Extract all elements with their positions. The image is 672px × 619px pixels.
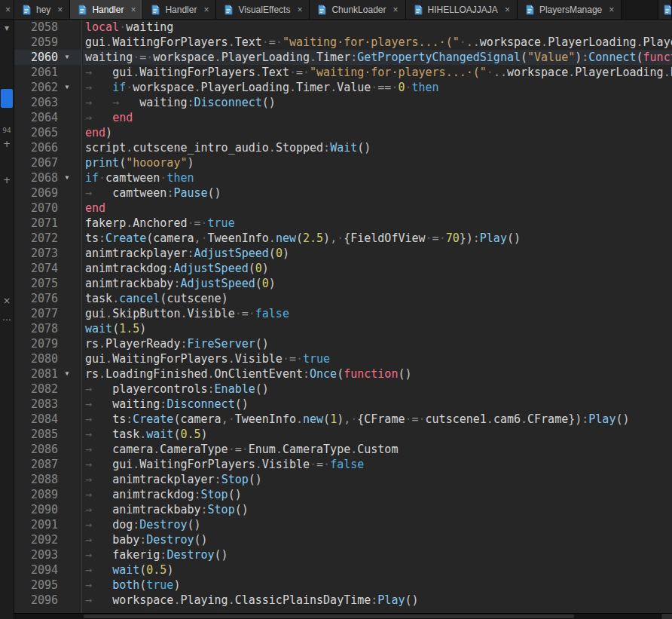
line-number[interactable]: 2064 (14, 110, 58, 125)
line-number[interactable]: 2094 (14, 562, 58, 578)
code-line[interactable]: → end (83, 110, 672, 125)
line-number[interactable]: 2085 (14, 427, 58, 442)
code-line[interactable]: ts:Create(camera,·TweenInfo.new(2.5),·{F… (83, 231, 672, 246)
line-number[interactable]: 2091 (14, 517, 58, 532)
code-line[interactable]: gui.SkipButton.Visible·=·false (83, 306, 672, 321)
tab-close-icon[interactable]: × (57, 5, 63, 14)
code-line[interactable]: → gui.WaitingForPlayers.Text·=·"waiting·… (83, 65, 672, 80)
line-number[interactable]: 2082 (14, 382, 58, 397)
code-line[interactable]: → playercontrols:Enable() (83, 382, 672, 397)
tab-close-icon[interactable]: × (297, 5, 302, 14)
code-line[interactable]: → wait(0.5) (83, 562, 672, 578)
line-number[interactable]: 2095 (14, 578, 58, 593)
code-line[interactable]: animtrackdog:AdjustSpeed(0) (83, 261, 672, 276)
line-number[interactable]: 2079 (14, 336, 58, 351)
line-number[interactable]: 2060 (14, 50, 58, 65)
code-line[interactable]: if·camtween·then (83, 170, 672, 185)
line-number[interactable]: 2076 (14, 291, 58, 306)
tab-handler[interactable]: Handler× (70, 0, 143, 19)
line-number[interactable]: 2073 (14, 246, 58, 261)
line-number[interactable]: 2077 (14, 306, 58, 321)
code-line[interactable]: rs.LoadingFinished.OnClientEvent:Once(fu… (83, 366, 672, 382)
scrollbar-corner[interactable] (661, 614, 672, 619)
code-line[interactable]: script.cutscene_intro_audio.Stopped:Wait… (83, 140, 672, 155)
tab-chunkloader[interactable]: ChunkLoader× (310, 0, 405, 19)
code-line[interactable]: end) (83, 125, 672, 140)
line-number[interactable]: 2093 (14, 547, 58, 562)
line-number[interactable]: 2074 (14, 261, 58, 276)
code-line[interactable]: → task.wait(0.5) (83, 427, 672, 442)
code-line[interactable]: animtrackplayer:AdjustSpeed(0) (83, 246, 672, 261)
code-line[interactable]: → waiting:Disconnect() (83, 397, 672, 412)
tab-close-icon[interactable]: × (609, 5, 614, 14)
tab-close-icon[interactable]: × (393, 5, 398, 14)
line-number[interactable]: 2067 (14, 155, 58, 170)
line-number[interactable]: 2087 (14, 457, 58, 472)
line-number[interactable]: 2070 (14, 201, 58, 216)
line-number[interactable]: 2065 (14, 125, 58, 140)
tab-close-icon[interactable]: × (5, 5, 11, 14)
line-number[interactable]: 2096 (14, 593, 58, 608)
line-number[interactable]: 2084 (14, 412, 58, 427)
tab-close-icon[interactable]: × (130, 5, 136, 14)
code-line[interactable]: → fakerig:Destroy() (83, 547, 672, 562)
code-line[interactable]: → animtrackdog:Stop() (83, 487, 672, 502)
line-number[interactable]: 2059 (14, 35, 58, 50)
fold-arrow-icon[interactable]: ▼ (58, 50, 76, 65)
line-number[interactable]: 2071 (14, 216, 58, 231)
code-line[interactable]: animtrackbaby:AdjustSpeed(0) (83, 276, 672, 291)
line-number[interactable]: 2080 (14, 351, 58, 366)
dropdown-chevron-icon[interactable]: ▾ (0, 23, 14, 33)
line-number[interactable]: 2092 (14, 532, 58, 547)
line-number[interactable]: 2068 (14, 170, 58, 185)
line-number[interactable]: 2061 (14, 65, 58, 80)
code-line[interactable]: → camtween:Pause() (83, 185, 672, 201)
code-line[interactable]: → gui.WaitingForPlayers.Visible·=·false (83, 457, 672, 472)
line-number[interactable]: 2083 (14, 397, 58, 412)
line-number[interactable]: 2069 (14, 185, 58, 201)
code-line[interactable]: gui.WaitingForPlayers.Visible·=·true (83, 351, 672, 366)
line-number[interactable]: 2062 (14, 80, 58, 95)
tab-partial-right[interactable] (658, 0, 672, 19)
line-number[interactable]: 2066 (14, 140, 58, 155)
line-number[interactable]: 2090 (14, 502, 58, 517)
horizontal-scrollbar[interactable] (14, 613, 672, 619)
line-number[interactable]: 2075 (14, 276, 58, 291)
line-number[interactable]: 2081 (14, 366, 58, 382)
line-number[interactable]: 2078 (14, 321, 58, 336)
code-line[interactable]: → dog:Destroy() (83, 517, 672, 532)
code-line[interactable]: end (83, 201, 672, 216)
tab-hihelloajjaja[interactable]: HIHELLOAJJAJA× (406, 0, 518, 19)
ellipsis-icon[interactable]: … (0, 312, 14, 323)
add-icon[interactable]: + (0, 139, 14, 149)
code-line[interactable]: rs.PlayerReady:FireServer() (83, 336, 672, 351)
tab-playersmanage[interactable]: PlayersManage× (518, 0, 622, 19)
line-number[interactable]: 2072 (14, 231, 58, 246)
tab-visualeffects[interactable]: VisualEffects× (216, 0, 310, 19)
code-line[interactable]: gui.WaitingForPlayers.Text·=·"waiting·fo… (83, 35, 672, 50)
code-line[interactable]: → workspace.Playing.ClassicPlainsDayTime… (83, 593, 672, 608)
code-line[interactable]: print("hoooray") (83, 155, 672, 170)
tab-close-icon[interactable]: × (203, 5, 209, 14)
tab-close-icon[interactable]: × (505, 5, 510, 14)
tab-partial-left[interactable]: × (0, 0, 14, 19)
line-number[interactable]: 2089 (14, 487, 58, 502)
fold-arrow-icon[interactable]: ▼ (58, 80, 76, 95)
line-number[interactable]: 2058 (14, 20, 58, 35)
fold-arrow-icon[interactable]: ▼ (58, 366, 76, 382)
tab-hey[interactable]: hey× (14, 0, 70, 19)
code-line[interactable]: task.cancel(cutscene) (83, 291, 672, 306)
line-number[interactable]: 2086 (14, 442, 58, 457)
line-number[interactable]: 2063 (14, 95, 58, 110)
tab-handler[interactable]: Handler× (143, 0, 216, 19)
add-icon[interactable]: + (0, 175, 14, 185)
blue-indicator[interactable] (1, 89, 13, 108)
fold-arrow-icon[interactable]: ▼ (58, 170, 76, 185)
line-number[interactable]: 2088 (14, 472, 58, 487)
code-line[interactable]: → ts:Create(camera,·TweenInfo.new(1),·{C… (83, 412, 672, 427)
code-line[interactable]: local·waiting (83, 20, 672, 35)
close-icon[interactable]: × (0, 296, 14, 306)
code-line[interactable]: → if·workspace.PlayerLoading.Timer.Value… (83, 80, 672, 95)
code-line[interactable]: waiting·=·workspace.PlayerLoading.Timer:… (83, 50, 672, 65)
code-line[interactable]: → camera.CameraType·=·Enum.CameraType.Cu… (83, 442, 672, 457)
